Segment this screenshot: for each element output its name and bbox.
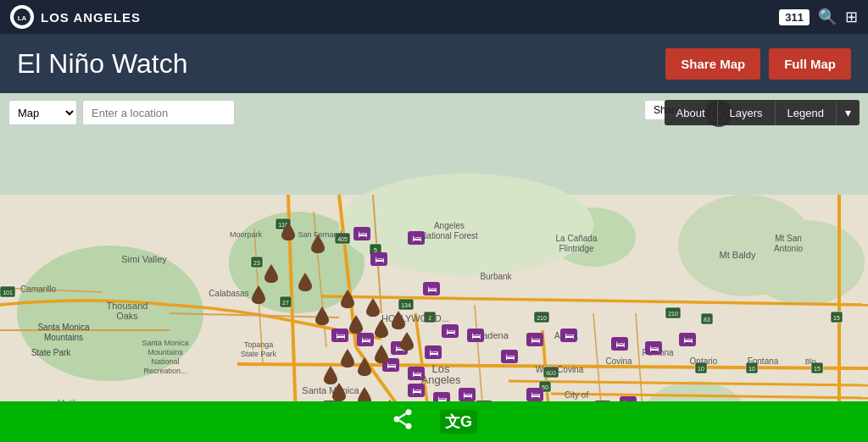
svg-text:83: 83 <box>704 317 710 323</box>
purple-bed-pin[interactable]: 🛏 <box>422 279 441 301</box>
translate-label: 文G <box>445 412 472 432</box>
svg-line-188 <box>399 414 405 418</box>
svg-text:Oaks: Oaks <box>116 311 138 321</box>
svg-text:Mountains: Mountains <box>44 333 83 342</box>
header-buttons: Share Map Full Map <box>665 48 851 80</box>
map-tabs: About Layers Legend ▾ <box>665 100 860 125</box>
svg-text:National: National <box>151 357 179 366</box>
brown-shelter-pin[interactable] <box>339 347 356 373</box>
top-navigation: LA LOS ANGELES 311 🔍 ⊞ <box>0 0 868 34</box>
svg-text:101: 101 <box>3 290 13 296</box>
svg-text:Camarillo: Camarillo <box>20 285 57 294</box>
purple-bed-pin[interactable]: 🛏 <box>424 343 442 365</box>
svg-text:Ontario: Ontario <box>690 356 718 366</box>
svg-text:Angeles: Angeles <box>434 221 465 230</box>
svg-text:🛏: 🛏 <box>336 330 345 340</box>
svg-text:🛏: 🛏 <box>471 330 481 340</box>
tab-legend[interactable]: Legend <box>776 101 837 125</box>
svg-point-187 <box>405 423 411 429</box>
svg-text:🛏: 🛏 <box>615 339 625 349</box>
tab-layers[interactable]: Layers <box>718 101 776 125</box>
brown-shelter-pin[interactable] <box>373 318 390 343</box>
svg-text:Covina: Covina <box>605 356 632 366</box>
brown-shelter-pin[interactable] <box>339 288 356 313</box>
map-container: 405 118 23 27 5 2 134 210 210 83 605 10 … <box>0 93 868 442</box>
search-icon[interactable]: 🔍 <box>818 8 837 26</box>
svg-point-185 <box>405 409 411 415</box>
share-map-button[interactable]: Share Map <box>665 48 760 80</box>
purple-bed-pin[interactable]: 🛏 <box>370 250 388 272</box>
purple-bed-pin[interactable]: 🛏 <box>353 224 371 246</box>
svg-text:Mt San: Mt San <box>775 234 802 243</box>
la-logo-area: LA LOS ANGELES <box>10 5 141 29</box>
full-map-button[interactable]: Full Map <box>769 48 851 80</box>
svg-text:10: 10 <box>698 366 704 372</box>
svg-text:🛏: 🛏 <box>412 368 421 378</box>
svg-text:🛏: 🛏 <box>412 233 421 243</box>
purple-bed-pin[interactable]: 🛏 <box>441 322 459 344</box>
purple-bed-pin[interactable]: 🛏 <box>526 330 544 352</box>
nav-right-area: 311 🔍 ⊞ <box>779 8 858 26</box>
purple-bed-pin[interactable]: 🛏 <box>644 339 663 361</box>
svg-text:134: 134 <box>401 302 411 308</box>
purple-bed-pin[interactable]: 🛏 <box>331 326 349 348</box>
brown-shelter-pin[interactable] <box>297 271 314 296</box>
brown-shelter-pin[interactable] <box>250 284 267 309</box>
tab-collapse-button[interactable]: ▾ <box>837 100 860 125</box>
brown-shelter-pin[interactable] <box>314 305 331 330</box>
svg-text:Antonio: Antonio <box>774 244 803 253</box>
share-icon[interactable] <box>391 407 415 436</box>
brown-shelter-pin[interactable] <box>373 343 390 368</box>
brown-shelter-pin[interactable] <box>280 220 297 246</box>
svg-text:La Cañada: La Cañada <box>556 234 598 243</box>
svg-text:Santa Monica: Santa Monica <box>142 339 188 347</box>
svg-text:State Park: State Park <box>241 350 277 358</box>
purple-bed-pin[interactable]: 🛏 <box>407 229 426 251</box>
location-search-input[interactable] <box>82 100 235 125</box>
purple-bed-pin[interactable]: 🛏 <box>610 334 629 356</box>
map-type-select[interactable]: Map Satellite Terrain <box>8 100 77 125</box>
svg-text:🛏: 🛏 <box>375 254 384 264</box>
purple-bed-pin[interactable]: 🛏 <box>559 326 578 348</box>
svg-text:🛏: 🛏 <box>531 334 540 345</box>
svg-text:🛏: 🛏 <box>358 229 367 239</box>
tab-about[interactable]: About <box>665 101 718 125</box>
page-title: El Niño Watch <box>17 48 188 80</box>
svg-text:Thousand: Thousand <box>107 301 148 311</box>
bottom-bar: 文G <box>0 401 868 442</box>
svg-text:Mountains: Mountains <box>147 348 183 356</box>
svg-text:27: 27 <box>282 300 289 306</box>
svg-text:🛏: 🛏 <box>683 334 693 345</box>
purple-bed-pin[interactable]: 🛏 <box>466 326 485 348</box>
svg-text:23: 23 <box>253 260 260 266</box>
svg-text:🛏: 🛏 <box>429 347 438 357</box>
svg-text:🛏: 🛏 <box>565 330 574 340</box>
svg-text:State Park: State Park <box>31 348 72 357</box>
svg-text:🛏: 🛏 <box>412 385 421 395</box>
svg-text:🛏: 🛏 <box>649 343 659 353</box>
brown-shelter-pin[interactable] <box>398 330 415 356</box>
brown-shelter-pin[interactable] <box>348 313 364 339</box>
svg-text:🛏: 🛏 <box>446 326 455 336</box>
purple-bed-pin[interactable]: 🛏 <box>407 381 426 403</box>
purple-bed-pin[interactable]: 🛏 <box>500 347 519 369</box>
nav-311-badge[interactable]: 311 <box>779 9 810 25</box>
svg-text:Mt Baldy: Mt Baldy <box>720 250 756 260</box>
la-city-title: LOS ANGELES <box>41 10 141 25</box>
svg-text:West Covina: West Covina <box>536 365 584 374</box>
svg-text:Flintridge: Flintridge <box>559 244 594 253</box>
svg-text:Burbank: Burbank <box>480 272 512 281</box>
svg-text:Angeles: Angeles <box>421 373 461 386</box>
svg-point-9 <box>746 220 865 305</box>
brown-shelter-pin[interactable] <box>356 356 373 381</box>
svg-text:210: 210 <box>537 315 547 321</box>
svg-text:🛏: 🛏 <box>463 390 472 400</box>
translate-button[interactable]: 文G <box>440 410 477 434</box>
brown-shelter-pin[interactable] <box>309 233 326 258</box>
purple-bed-pin[interactable]: 🛏 <box>678 330 697 352</box>
svg-text:15: 15 <box>833 315 840 321</box>
grid-icon[interactable]: ⊞ <box>845 8 858 26</box>
svg-text:Blo...: Blo... <box>805 357 823 366</box>
svg-text:Moorpark: Moorpark <box>230 230 263 239</box>
svg-text:10: 10 <box>748 366 755 372</box>
